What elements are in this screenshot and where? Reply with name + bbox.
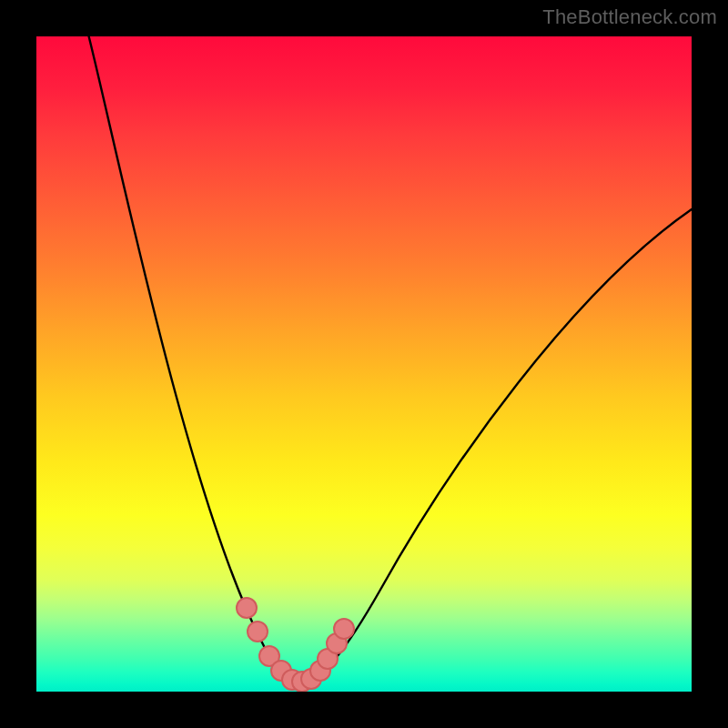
marker-group — [237, 598, 354, 692]
curve-layer — [36, 36, 692, 692]
marker-dot — [334, 619, 354, 639]
marker-dot — [237, 598, 257, 618]
marker-dot — [248, 622, 268, 642]
plot-area — [36, 36, 692, 692]
watermark-text: TheBottleneck.com — [542, 5, 717, 29]
bottleneck-curve — [89, 36, 692, 682]
chart-frame: TheBottleneck.com — [0, 0, 728, 728]
